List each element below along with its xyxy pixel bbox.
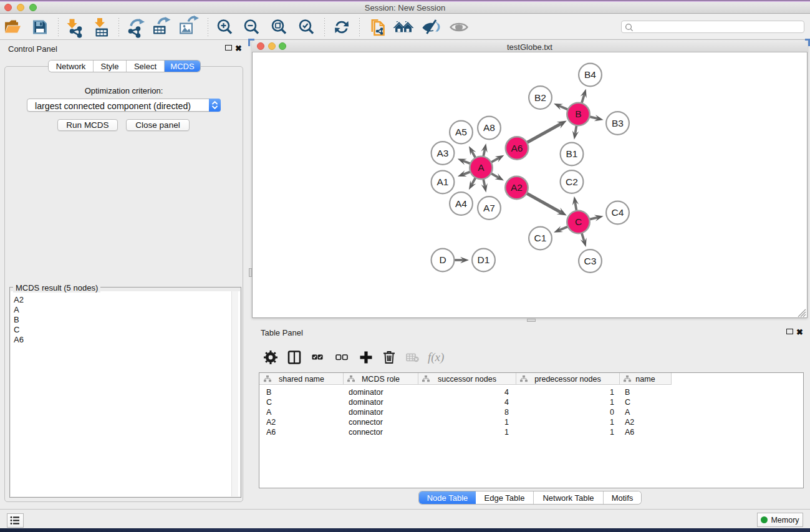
svg-text:D1: D1 xyxy=(478,254,490,265)
svg-text:D: D xyxy=(439,254,446,265)
svg-text:B1: B1 xyxy=(566,148,578,159)
svg-text:A7: A7 xyxy=(483,203,495,213)
svg-text:f(x): f(x) xyxy=(428,351,444,364)
svg-text:A6: A6 xyxy=(511,143,523,153)
svg-text:A5: A5 xyxy=(455,127,467,137)
svg-text:A4: A4 xyxy=(455,198,467,209)
svg-text:B4: B4 xyxy=(584,69,596,80)
svg-text:C1: C1 xyxy=(534,233,547,243)
svg-text:C3: C3 xyxy=(584,256,597,266)
svg-text:A1: A1 xyxy=(437,177,449,187)
svg-text:B: B xyxy=(575,109,581,119)
svg-text:C4: C4 xyxy=(612,207,624,218)
svg-text:C2: C2 xyxy=(566,177,578,187)
svg-text:B2: B2 xyxy=(534,92,546,103)
svg-text:A3: A3 xyxy=(437,148,449,158)
svg-text:A: A xyxy=(478,162,485,173)
svg-text:A2: A2 xyxy=(511,182,523,193)
svg-text:A8: A8 xyxy=(483,122,495,133)
svg-text:B3: B3 xyxy=(612,118,624,128)
svg-text:C: C xyxy=(575,216,582,227)
